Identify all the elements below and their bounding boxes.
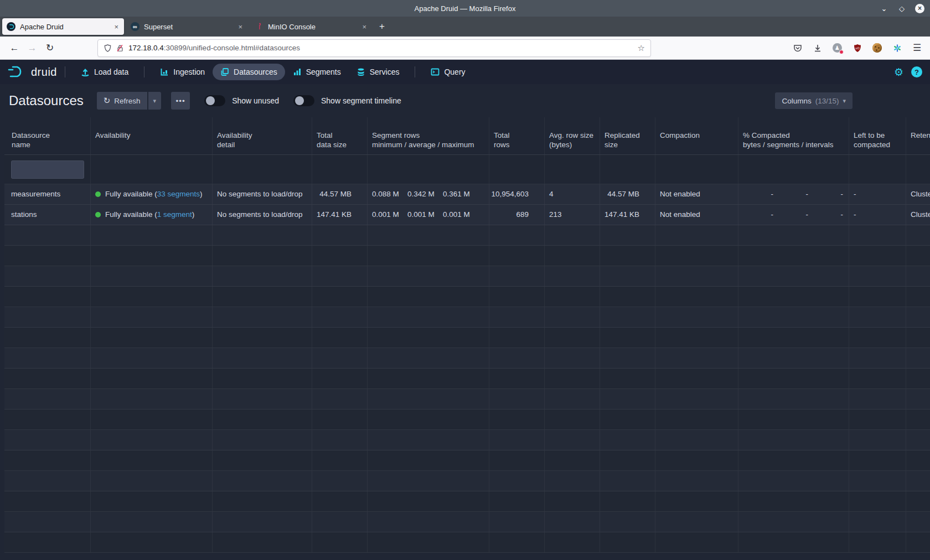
- ublock-origin-icon[interactable]: uO: [850, 40, 865, 55]
- table-row-stations[interactable]: stations Fully available (1 segment) No …: [4, 205, 930, 225]
- superset-favicon-icon: ∞: [131, 22, 140, 31]
- nav-divider: [415, 66, 415, 77]
- tab-close-icon[interactable]: ×: [361, 23, 368, 31]
- window-maximize-icon[interactable]: ◇: [897, 4, 906, 13]
- empty-rows: [4, 225, 930, 553]
- show-segment-timeline-toggle[interactable]: [293, 95, 314, 106]
- insecure-lock-icon[interactable]: [116, 44, 124, 53]
- svg-text:uO: uO: [855, 46, 860, 49]
- downloads-icon[interactable]: [810, 40, 825, 55]
- reload-button[interactable]: ↻: [41, 40, 59, 56]
- col-header-segment-rows[interactable]: Segment rowsminimum / average / maximum: [368, 117, 489, 154]
- segments-link[interactable]: 33 segments: [157, 184, 200, 204]
- cell-retention[interactable]: Cluster default: [906, 184, 930, 204]
- col-header-avg-row-size[interactable]: Avg. row size(bytes): [545, 117, 600, 154]
- refresh-interval-dropdown-button[interactable]: ▾: [148, 92, 162, 110]
- caret-down-icon: ▾: [153, 97, 157, 105]
- col-header-datasource-name[interactable]: Datasourcename: [4, 117, 91, 154]
- help-icon[interactable]: ?: [911, 66, 922, 77]
- col-header-availability[interactable]: Availability: [91, 117, 213, 154]
- cell-compaction: Not enabled: [655, 205, 738, 225]
- table-row-empty: [4, 471, 930, 491]
- col-header-availability-detail[interactable]: Availabilitydetail: [213, 117, 312, 154]
- datasource-name-filter-input[interactable]: [11, 160, 84, 179]
- pocket-icon[interactable]: [790, 40, 805, 55]
- segments-icon: [293, 68, 302, 76]
- available-dot-icon: [95, 191, 101, 197]
- col-header-pct-compacted[interactable]: % Compactedbytes / segments / intervals: [738, 117, 849, 154]
- tab-minio-console[interactable]: MinIO Console ×: [250, 18, 372, 35]
- available-dot-icon: [95, 212, 101, 217]
- browser-toolbar: ← → ↻ 172.18.0.4:30899/unified-console.h…: [0, 37, 930, 60]
- menu-hamburger-icon[interactable]: ☰: [910, 40, 924, 55]
- window-minimize-icon[interactable]: ⌄: [880, 4, 888, 13]
- tab-title: Superset: [144, 23, 232, 31]
- nav-item-load-data[interactable]: Load data: [73, 64, 136, 80]
- table-row-empty: [4, 512, 930, 532]
- table-row-empty: [4, 532, 930, 553]
- tab-apache-druid[interactable]: Apache Druid ×: [2, 18, 124, 35]
- forward-button[interactable]: →: [23, 40, 41, 56]
- asterisk-extension-icon[interactable]: [890, 40, 905, 55]
- tab-close-icon[interactable]: ×: [237, 23, 244, 31]
- settings-gear-icon[interactable]: ⚙: [894, 66, 903, 79]
- nav-item-ingestion[interactable]: Ingestion: [152, 64, 213, 80]
- cell-retention[interactable]: Cluster default: [906, 205, 930, 225]
- cell-availability-detail: No segments to load/drop: [213, 205, 312, 225]
- bookmark-star-icon[interactable]: ☆: [638, 43, 645, 53]
- cell-pct-compacted: ---: [738, 205, 849, 225]
- table-header-row: Datasourcename Availability Availability…: [4, 117, 930, 155]
- back-button[interactable]: ←: [6, 40, 23, 56]
- nav-divider: [144, 66, 144, 77]
- druid-brand[interactable]: druid: [8, 65, 57, 79]
- url-bar[interactable]: 172.18.0.4:30899/unified-console.html#da…: [97, 39, 651, 57]
- table-row-empty: [4, 307, 930, 328]
- refresh-button[interactable]: ↻ Refresh: [97, 92, 147, 110]
- tab-superset[interactable]: ∞ Superset ×: [126, 18, 248, 35]
- col-header-left-to-be-compacted[interactable]: Left to becompacted: [849, 117, 906, 154]
- table-row-empty: [4, 348, 930, 369]
- columns-picker-button[interactable]: Columns (13/15) ▾: [775, 92, 852, 109]
- show-unused-toggle-group: Show unused: [204, 95, 279, 106]
- col-header-total-rows[interactable]: Totalrows: [489, 117, 545, 154]
- show-unused-toggle[interactable]: [204, 95, 225, 106]
- table-row-empty: [4, 287, 930, 307]
- show-segment-timeline-label: Show segment timeline: [321, 96, 401, 105]
- table-filter-row: [4, 155, 930, 184]
- nav-item-services[interactable]: Services: [349, 64, 407, 80]
- nav-label: Ingestion: [173, 68, 205, 76]
- col-header-total-data-size[interactable]: Totaldata size: [312, 117, 368, 154]
- col-header-compaction[interactable]: Compaction: [655, 117, 738, 154]
- table-row-measurements[interactable]: measurements Fully available (33 segment…: [4, 184, 930, 205]
- segments-link[interactable]: 1 segment: [157, 205, 192, 225]
- window-close-icon[interactable]: ×: [915, 4, 924, 13]
- table-row-empty: [4, 450, 930, 471]
- nav-divider: [65, 66, 65, 77]
- cell-avg-row-size: 4: [545, 184, 600, 204]
- new-tab-button[interactable]: +: [374, 19, 390, 34]
- table-row-empty: [4, 328, 930, 348]
- extension-icon[interactable]: ♟: [830, 40, 845, 55]
- nav-item-segments[interactable]: Segments: [285, 64, 349, 80]
- datasources-icon: [220, 68, 229, 76]
- caret-down-icon: ▾: [843, 97, 846, 105]
- columns-label: Columns: [782, 97, 811, 105]
- col-header-replicated-size[interactable]: Replicatedsize: [600, 117, 655, 154]
- col-header-retention[interactable]: Retention: [906, 117, 930, 154]
- cell-replicated-size: 44.57 MB: [600, 184, 655, 204]
- columns-count: (13/15): [815, 97, 839, 105]
- cell-avg-row-size: 213: [545, 205, 600, 225]
- url-text[interactable]: 172.18.0.4:30899/unified-console.html#da…: [128, 44, 633, 52]
- firefox-logo-icon: [6, 3, 16, 14]
- cell-replicated-size: 147.41 KB: [600, 205, 655, 225]
- more-actions-button[interactable]: •••: [171, 92, 190, 110]
- nav-item-datasources[interactable]: Datasources: [213, 64, 285, 80]
- nav-item-query[interactable]: Query: [423, 64, 473, 80]
- show-unused-label: Show unused: [232, 96, 279, 105]
- tracking-shield-icon[interactable]: [104, 44, 112, 53]
- table-row-empty: [4, 430, 930, 450]
- cookie-extension-icon[interactable]: [870, 40, 885, 55]
- cell-total-data-size: 44.57 MB: [312, 184, 368, 204]
- tab-strip: Apache Druid × ∞ Superset × MinIO Consol…: [0, 17, 930, 37]
- tab-close-icon[interactable]: ×: [113, 23, 120, 31]
